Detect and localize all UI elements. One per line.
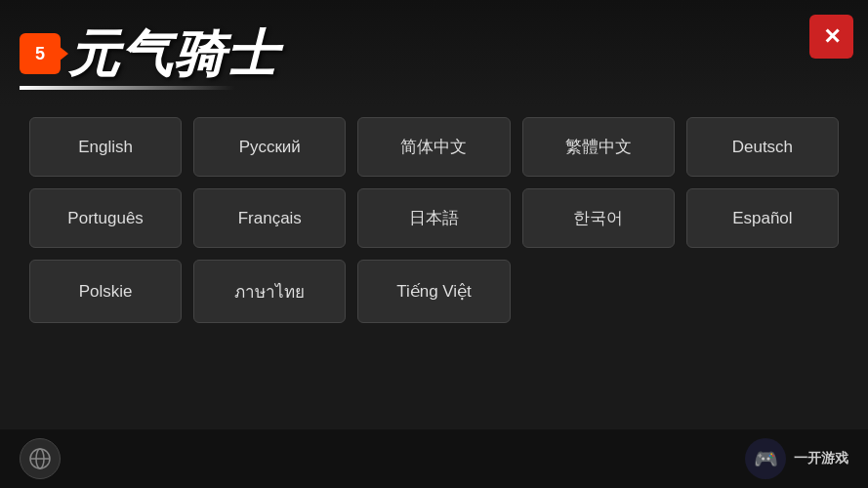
bottom-left-icon [20, 438, 61, 479]
lang-button-japanese[interactable]: 日本語 [357, 188, 510, 248]
bottom-right-brand: 🎮 一开游戏 [745, 438, 848, 479]
language-grid: EnglishРусский简体中文繁體中文DeutschPortuguêsFr… [29, 117, 839, 323]
lang-button-thai[interactable]: ภาษาไทย [193, 260, 346, 323]
lang-button-german[interactable]: Deutsch [686, 117, 839, 177]
brand-icon: 🎮 [745, 438, 786, 479]
lang-button-french[interactable]: Français [193, 188, 346, 248]
lang-button-vietnamese[interactable]: Tiếng Việt [357, 260, 510, 323]
close-button[interactable]: ✕ [809, 15, 853, 59]
lang-button-english[interactable]: English [29, 117, 182, 177]
bottom-bar: 🎮 一开游戏 [0, 429, 868, 488]
lang-button-traditional-chinese[interactable]: 繁體中文 [522, 117, 675, 177]
lang-button-simplified-chinese[interactable]: 简体中文 [357, 117, 510, 177]
lang-button-spanish[interactable]: Español [686, 188, 839, 248]
lang-button-portuguese[interactable]: Português [29, 188, 182, 248]
logo-area: 5 元气骑士 [20, 28, 279, 79]
logo-badge: 5 [20, 33, 61, 74]
logo-underline [20, 86, 234, 90]
brand-text: 一开游戏 [794, 450, 848, 468]
logo-title: 元气骑士 [68, 28, 279, 79]
lang-button-russian[interactable]: Русский [193, 117, 346, 177]
top-bar: 5 元气骑士 [0, 0, 868, 107]
lang-button-korean[interactable]: 한국어 [522, 188, 675, 248]
lang-button-polish[interactable]: Polskie [29, 260, 182, 323]
